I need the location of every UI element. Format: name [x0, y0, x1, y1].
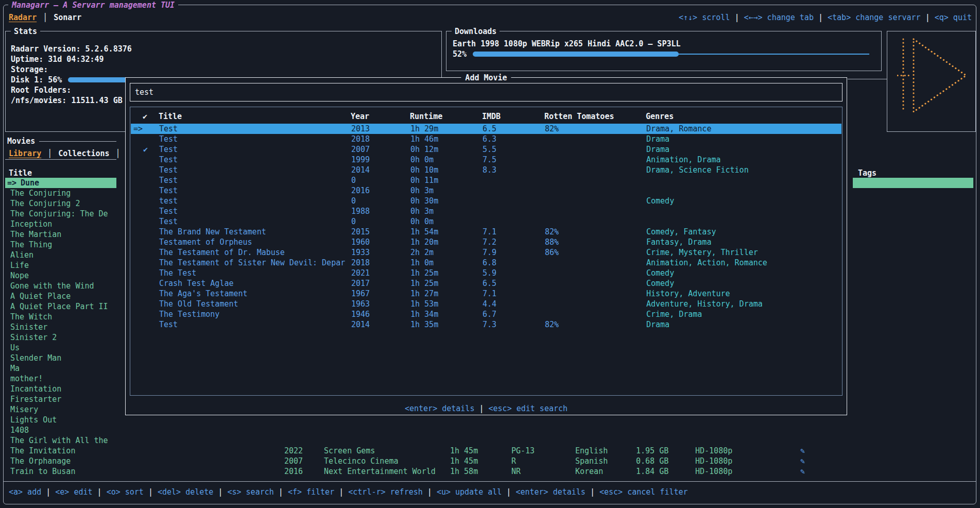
- cell-title: Crash Test Aglae: [159, 278, 234, 289]
- movie-list-item[interactable]: Misery: [5, 404, 116, 415]
- movie-list-item[interactable]: Sinister: [5, 322, 116, 332]
- add-movie-row[interactable]: Test19990h 0m7.5Animation, Drama: [131, 155, 841, 165]
- selected-movie-tags-cell[interactable]: [853, 178, 973, 188]
- movie-list-item[interactable]: Life: [5, 260, 116, 270]
- cell-genres: Adventure, History, Drama: [646, 299, 763, 309]
- movie-list-item[interactable]: A Quiet Place Part II: [5, 301, 116, 312]
- cell-year: 2014: [351, 165, 370, 175]
- movie-list-item[interactable]: Sinister 2: [5, 332, 116, 343]
- cell-imdb: 5.9: [483, 268, 496, 278]
- movie-list-item[interactable]: Ma: [5, 363, 116, 374]
- add-movie-modal: Add Movie test ✔TitleYearRuntimeIMDBRott…: [125, 77, 847, 415]
- add-movie-row[interactable]: The Testimony19461h 34m6.7Crime, Drama: [131, 309, 841, 319]
- cell-title: Test: [159, 185, 178, 196]
- movie-list-item[interactable]: The Martian: [5, 229, 116, 240]
- cell-year: 2021: [351, 268, 370, 278]
- cell-year: 1933: [351, 247, 370, 258]
- cell-year: 2013: [351, 124, 370, 134]
- cell-runtime: 2h 2m: [410, 247, 434, 258]
- cell-language: Korean: [575, 466, 603, 477]
- movie-list-item[interactable]: A Quiet Place: [5, 291, 116, 301]
- movie-list-item[interactable]: Lights Out: [5, 415, 116, 425]
- movie-list-item[interactable]: The Witch: [5, 312, 116, 322]
- movie-list-item[interactable]: Us: [5, 343, 116, 353]
- monitored-icon: ✎: [800, 446, 805, 456]
- cell-runtime: 0h 30m: [410, 196, 438, 206]
- movies-title-line: [39, 141, 116, 142]
- add-movie-row[interactable]: test00h 30mComedy: [131, 196, 841, 206]
- movie-table-row[interactable]: 2007Telecinco Cinema1h 45mRSpanish0.68 G…: [0, 456, 980, 466]
- download-progress-gauge-fill: [473, 52, 679, 57]
- add-movie-row[interactable]: Test20160h 3m: [131, 185, 841, 196]
- add-movie-row[interactable]: Test00h 11m: [131, 175, 841, 185]
- cell-imdb: 6.3: [483, 134, 496, 144]
- logo-panel: [887, 31, 976, 132]
- movie-list-item[interactable]: Gone with the Wind: [5, 281, 116, 291]
- add-movie-row[interactable]: Test19880h 3m: [131, 206, 841, 216]
- cell-check: ✔: [143, 144, 148, 155]
- tags-column-header: Tags: [858, 168, 876, 178]
- cell-imdb: 4.4: [483, 299, 496, 309]
- tab-sonarr[interactable]: Sonarr: [54, 12, 81, 23]
- movie-table-row[interactable]: 2016Next Entertainment World1h 58mNRKore…: [0, 466, 980, 477]
- servarr-tab-bar: Radarr │ Sonarr: [9, 12, 81, 23]
- cell-title: The Test: [159, 268, 196, 278]
- app-title: Managarr — A Servarr management TUI: [8, 0, 178, 10]
- add-movie-row[interactable]: The Test20211h 25m5.9Comedy: [131, 268, 841, 278]
- cell-year: 2015: [351, 227, 370, 237]
- movie-list-item[interactable]: 1408: [5, 425, 116, 435]
- cell-genres: Drama: [646, 144, 669, 155]
- movie-list-item[interactable]: Incantation: [5, 384, 116, 394]
- cell-size: 0.68 GB: [636, 456, 668, 466]
- movie-list-item[interactable]: Firestarter: [5, 394, 116, 404]
- movie-list-item[interactable]: The Conjuring: The De: [5, 209, 116, 219]
- cell-runtime: 0h 10m: [410, 165, 438, 175]
- add-movie-modal-title: Add Movie: [461, 73, 511, 83]
- cell-title: Test: [159, 216, 178, 227]
- add-movie-row[interactable]: Test20141h 35m7.382%Drama: [131, 319, 841, 330]
- add-movie-row[interactable]: The Brand New Testament20151h 54m7.182%C…: [131, 227, 841, 237]
- add-movie-row[interactable]: The Testament of Dr. Mabuse19332h 2m7.98…: [131, 247, 841, 258]
- help-item: <enter> details: [405, 404, 474, 413]
- tab-library[interactable]: Library: [9, 148, 41, 159]
- movie-list-item[interactable]: Nope: [5, 270, 116, 281]
- movie-list-item[interactable]: Alien: [5, 250, 116, 260]
- add-movie-row[interactable]: Test20140h 10m8.3Drama, Science Fiction: [131, 165, 841, 175]
- cell-genres: Crime, Drama: [646, 309, 702, 319]
- add-movie-row[interactable]: The Aga's Testament19671h 27m7.1History,…: [131, 289, 841, 299]
- downloads-panel: Downloads Earth 1998 1080p WEBRip x265 H…: [446, 31, 882, 71]
- movie-list-item[interactable]: The Thing: [5, 240, 116, 250]
- add-movie-row[interactable]: The Testament of Sister New Devil: Depar…: [131, 258, 841, 268]
- add-movie-row[interactable]: The Old Testament19631h 53m4.4Adventure,…: [131, 299, 841, 309]
- uptime-label: Uptime:: [11, 54, 43, 64]
- add-movie-row[interactable]: =>Test20131h 29m6.582%Drama, Romance: [131, 124, 841, 134]
- tab-radarr[interactable]: Radarr: [9, 12, 37, 23]
- movie-list-item[interactable]: The Girl with All the: [5, 435, 116, 446]
- movie-list-item[interactable]: The Conjuring 2: [5, 198, 116, 209]
- cell-title: Test: [159, 175, 178, 185]
- movie-table-row[interactable]: 2022Screen Gems1h 45mPG-13English1.95 GB…: [0, 446, 980, 456]
- add-movie-row[interactable]: Testament of Orpheus19601h 20m7.288%Fant…: [131, 237, 841, 247]
- movie-list-item[interactable]: mother!: [5, 374, 116, 384]
- add-movie-row[interactable]: ✔Test20070h 12m5.5Drama: [131, 144, 841, 155]
- column-header: Rotten Tomatoes: [544, 111, 614, 122]
- movie-list-item[interactable]: Slender Man: [5, 353, 116, 363]
- uptime-value: 31d 04:32:49: [48, 54, 104, 64]
- cell-title: The Testament of Sister New Devil: Depar: [159, 258, 345, 268]
- cell-studio: Telecinco Cinema: [324, 456, 399, 466]
- movie-list-item[interactable]: The Conjuring: [5, 188, 116, 198]
- storage-label: Storage:: [11, 64, 48, 75]
- selected-movie-row[interactable]: => Dune: [5, 178, 116, 188]
- movie-list-item[interactable]: Inception: [5, 219, 116, 229]
- add-movie-search-input[interactable]: test: [130, 83, 843, 101]
- tab-collections[interactable]: Collections: [58, 148, 109, 159]
- cell-title: Test: [159, 206, 178, 216]
- add-movie-row[interactable]: Crash Test Aglae20171h 25m6.5Comedy: [131, 278, 841, 289]
- add-movie-row[interactable]: Test00h 0m: [131, 216, 841, 227]
- add-movie-help: <enter> details | <esc> edit search: [126, 403, 847, 414]
- add-movie-row[interactable]: Test20181h 46m6.3Drama: [131, 134, 841, 144]
- cell-runtime: 1h 46m: [410, 134, 438, 144]
- cell-year: 1946: [351, 309, 370, 319]
- bottom-help-bar: <a> add | <e> edit | <o> sort | <del> de…: [9, 487, 688, 497]
- cell-certification: PG-13: [511, 446, 535, 456]
